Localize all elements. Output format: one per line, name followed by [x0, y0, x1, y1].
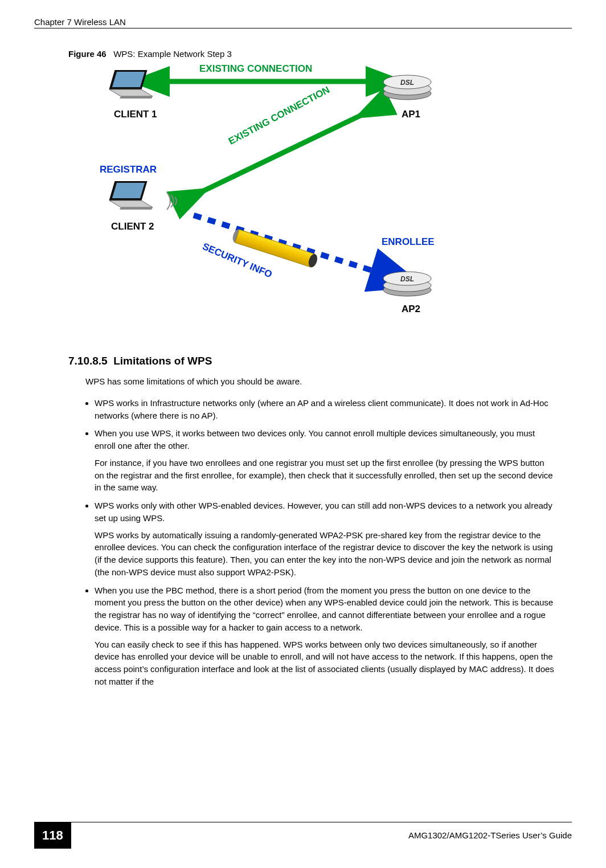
- svg-text:DSL: DSL: [400, 275, 414, 283]
- svg-line-2: [194, 215, 387, 275]
- page-number: 118: [34, 822, 71, 849]
- svg-text:DSL: DSL: [400, 79, 414, 87]
- label-enrollee: ENROLLEE: [382, 236, 435, 248]
- bullet-sub: You can easily check to see if this has …: [95, 638, 555, 688]
- svg-marker-7: [112, 72, 145, 87]
- svg-marker-15: [112, 183, 145, 198]
- list-item: When you use the PBC method, there is a …: [95, 584, 555, 688]
- label-existing-connection: EXISTING CONNECTION: [199, 63, 312, 75]
- bullet-sub: For instance, if you have two enrollees …: [95, 457, 555, 494]
- figure-label: Figure 46: [68, 49, 107, 59]
- section-title: Limitations of WPS: [113, 355, 212, 367]
- label-client2: CLIENT 2: [111, 221, 154, 232]
- svg-marker-9: [120, 96, 153, 99]
- list-item: When you use WPS, it works between two d…: [95, 427, 555, 494]
- wifi-icon: [158, 187, 187, 215]
- laptop-icon: [108, 70, 154, 101]
- section-number: 7.10.8.5: [68, 355, 108, 367]
- page-footer: 118 AMG1302/AMG1202-TSeries User’s Guide: [34, 822, 572, 849]
- router-icon: DSL: [382, 269, 433, 297]
- svg-point-3: [231, 228, 243, 244]
- bullet-main: WPS works only with other WPS-enabled de…: [95, 501, 552, 523]
- svg-marker-16: [109, 200, 153, 207]
- section-heading: 7.10.8.5 Limitations of WPS: [68, 355, 572, 367]
- list-item: WPS works only with other WPS-enabled de…: [95, 499, 555, 579]
- label-security-info: SECURITY INFO: [200, 241, 273, 281]
- laptop-icon: [108, 181, 154, 212]
- list-item: WPS works in Infrastructure networks onl…: [95, 397, 555, 422]
- figure-diagram: DSL DSL: [91, 64, 456, 338]
- bullet-main: WPS works in Infrastructure networks onl…: [95, 398, 548, 420]
- figure-caption: Figure 46 WPS: Example Network Step 3: [68, 49, 572, 59]
- label-ap2: AP2: [402, 304, 420, 315]
- label-client1: CLIENT 1: [114, 109, 157, 120]
- body-intro: WPS has some limitations of which you sh…: [85, 375, 572, 388]
- svg-marker-8: [109, 89, 153, 96]
- bullet-sub: WPS works by automatically issuing a ran…: [95, 529, 555, 579]
- svg-point-5: [307, 253, 319, 268]
- label-ap1: AP1: [402, 109, 420, 120]
- label-registrar: REGISTRAR: [100, 164, 157, 175]
- chapter-title: Chapter 7 Wireless LAN: [34, 17, 126, 27]
- bullet-list: WPS works in Infrastructure networks onl…: [95, 397, 555, 688]
- figure-title: WPS: Example Network Step 3: [113, 49, 232, 59]
- page-header: Chapter 7 Wireless LAN: [34, 17, 572, 28]
- router-icon: DSL: [382, 73, 433, 100]
- footer-doc-title: AMG1302/AMG1202-TSeries User’s Guide: [408, 825, 572, 840]
- bullet-main: When you use the PBC method, there is a …: [95, 586, 553, 632]
- label-existing-connection-2: EXISTING CONNECTION: [227, 84, 332, 148]
- bullet-main: When you use WPS, it works between two d…: [95, 428, 535, 451]
- svg-marker-17: [120, 207, 153, 210]
